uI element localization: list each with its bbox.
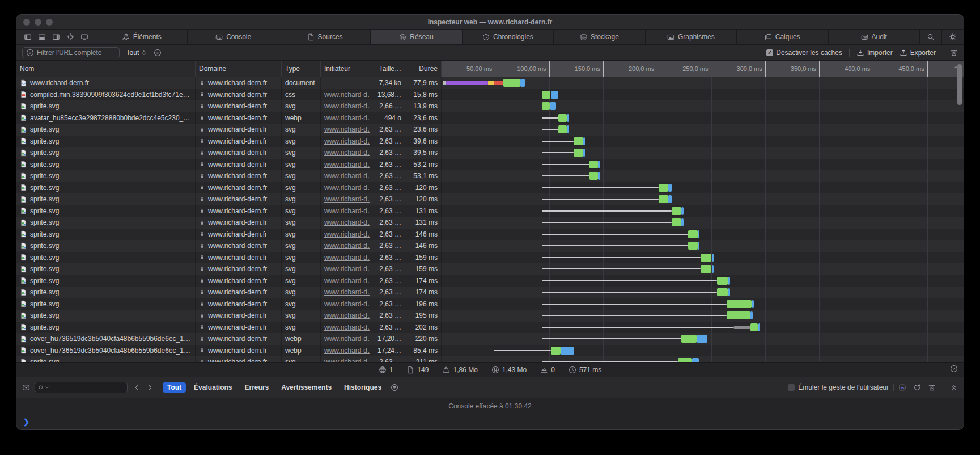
table-row[interactable]: sprite.svgwww.richard-dern.frsvgwww.rich… — [16, 287, 964, 298]
minimize-window-button[interactable] — [35, 19, 41, 26]
resource-type-select[interactable]: Tout — [126, 49, 147, 57]
column-header-initiateur[interactable]: Initiateur — [321, 61, 370, 77]
next-result-button[interactable] — [146, 384, 155, 391]
dock-right-icon[interactable] — [52, 33, 60, 41]
initiator-link[interactable]: www.richard-d… — [324, 195, 370, 203]
import-button[interactable]: Importer — [856, 49, 893, 57]
dock-left-icon[interactable] — [24, 33, 32, 41]
clear-console-button[interactable] — [928, 384, 936, 391]
table-row[interactable]: sprite.svgwww.richard-dern.frsvgwww.rich… — [16, 263, 964, 275]
initiator-link[interactable]: www.richard-d… — [324, 323, 370, 331]
console-filter-options-button[interactable] — [391, 384, 398, 391]
filter-options-button[interactable] — [154, 49, 162, 57]
table-row[interactable]: avatar_hu85ecc3e298728880b0bde2dcc4e5c23… — [16, 112, 964, 124]
console-filter-tout[interactable]: Tout — [163, 382, 186, 393]
device-icon[interactable] — [80, 33, 88, 41]
initiator-link[interactable]: www.richard-d… — [324, 207, 370, 215]
column-header-duree[interactable]: Durée — [405, 61, 442, 77]
initiator-link[interactable]: www.richard-d… — [324, 102, 370, 110]
table-row[interactable]: sprite.svgwww.richard-dern.frsvgwww.rich… — [16, 240, 964, 252]
console-filter-avertissements[interactable]: Avertissements — [277, 382, 336, 393]
console-filter-évaluations[interactable]: Évaluations — [189, 382, 236, 393]
show-javascript-button[interactable]: JS — [898, 384, 906, 391]
initiator-link[interactable]: www.richard-d… — [324, 172, 370, 180]
table-row[interactable]: sprite.svgwww.richard-dern.frsvgwww.rich… — [16, 298, 964, 310]
initiator-link[interactable]: www.richard-d… — [324, 277, 370, 285]
table-row[interactable]: sprite.svgwww.richard-dern.frsvgwww.rich… — [16, 356, 964, 362]
initiator-link[interactable]: www.richard-d… — [324, 242, 370, 250]
table-row[interactable]: sprite.svgwww.richard-dern.frsvgwww.rich… — [16, 147, 964, 159]
initiator-link[interactable]: www.richard-d… — [324, 114, 370, 122]
initiator-link[interactable]: www.richard-d… — [324, 254, 370, 262]
table-row[interactable]: sprite.svgwww.richard-dern.frsvgwww.rich… — [16, 100, 964, 112]
initiator-link[interactable]: www.richard-d… — [324, 300, 370, 308]
console-filter-historiques[interactable]: Historiques — [340, 382, 386, 393]
close-window-button[interactable] — [23, 19, 30, 26]
table-row[interactable]: sprite.svgwww.richard-dern.frsvgwww.rich… — [16, 310, 964, 322]
table-row[interactable]: sprite.svgwww.richard-dern.frsvgwww.rich… — [16, 159, 964, 171]
table-row[interactable]: sprite.svgwww.richard-dern.frsvgwww.rich… — [16, 322, 964, 334]
initiator-link[interactable]: www.richard-d… — [324, 137, 370, 145]
export-button[interactable]: Exporter — [900, 49, 936, 57]
disable-caches-checkbox[interactable]: ✓ Désactiver les caches — [766, 49, 842, 57]
initiator-link[interactable]: www.richard-d… — [324, 230, 370, 238]
table-row[interactable]: cover_hu736519dc3b5040cfa48b6b559b6de6ec… — [16, 333, 964, 345]
tab-elements[interactable]: Éléments — [96, 30, 187, 44]
domain-value: www.richard-dern.fr — [208, 207, 267, 215]
preserve-log-reload-icon[interactable] — [913, 384, 921, 391]
initiator-link[interactable]: www.richard-d… — [324, 347, 370, 355]
initiator-link[interactable]: www.richard-d… — [324, 265, 370, 273]
table-row[interactable]: sprite.svgwww.richard-dern.frsvgwww.rich… — [16, 252, 964, 264]
zoom-window-button[interactable] — [46, 19, 53, 26]
console-scope-icon[interactable] — [22, 384, 30, 391]
tab-reseau[interactable]: Réseau — [370, 30, 461, 44]
table-row[interactable]: sprite.svgwww.richard-dern.frsvgwww.rich… — [16, 229, 964, 241]
table-row[interactable]: sprite.svgwww.richard-dern.frsvgwww.rich… — [16, 193, 964, 205]
console-prompt[interactable]: ❯ — [16, 414, 964, 429]
initiator-link[interactable]: www.richard-d… — [324, 218, 370, 226]
column-header-nom[interactable]: Nom — [16, 61, 196, 77]
tab-graphismes[interactable]: Graphismes — [645, 30, 736, 44]
column-header-taille[interactable]: Taille… — [370, 61, 405, 77]
initiator-link[interactable]: www.richard-d… — [324, 184, 370, 192]
initiator-link[interactable]: www.richard-d… — [324, 335, 370, 343]
initiator-link[interactable]: www.richard-d… — [324, 125, 370, 133]
table-row[interactable]: sprite.svgwww.richard-dern.frsvgwww.rich… — [16, 205, 964, 217]
tab-stockage[interactable]: Stockage — [553, 30, 644, 44]
tab-audit[interactable]: Audit — [828, 30, 919, 44]
tab-chronologies[interactable]: Chronologies — [462, 30, 553, 44]
help-button[interactable]: ? — [950, 365, 958, 373]
column-header-domaine[interactable]: Domaine — [196, 61, 282, 77]
table-row[interactable]: cover_hu736519dc3b5040cfa48b6b559b6de6ec… — [16, 345, 964, 357]
table-row[interactable]: sprite.svgwww.richard-dern.frsvgwww.rich… — [16, 136, 964, 148]
url-filter-input[interactable]: Filtrer l'URL complète — [22, 47, 120, 58]
clear-network-items-button[interactable] — [950, 49, 958, 57]
emulate-user-gesture-checkbox[interactable]: Émuler le geste de l'utilisateur — [788, 384, 889, 391]
table-row[interactable]: sprite.svgwww.richard-dern.frsvgwww.rich… — [16, 217, 964, 229]
dock-bottom-icon[interactable] — [38, 33, 46, 41]
initiator-link[interactable]: www.richard-d… — [324, 149, 370, 157]
initiator-link[interactable]: www.richard-d… — [324, 91, 370, 99]
initiator-link[interactable]: www.richard-d… — [324, 358, 370, 362]
initiator-link[interactable]: www.richard-d… — [324, 311, 370, 319]
tab-console[interactable]: Console — [187, 30, 278, 44]
element-picker-icon[interactable] — [66, 33, 74, 41]
table-row[interactable]: sprite.svgwww.richard-dern.frsvgwww.rich… — [16, 170, 964, 182]
table-row[interactable]: <>www.richard-dern.frwww.richard-dern.fr… — [16, 77, 964, 89]
settings-gear-button[interactable] — [941, 30, 964, 44]
tab-sources[interactable]: Sources — [279, 30, 370, 44]
previous-result-button[interactable] — [132, 384, 141, 391]
initiator-link[interactable]: www.richard-d… — [324, 161, 370, 168]
table-row[interactable]: sprite.svgwww.richard-dern.frsvgwww.rich… — [16, 124, 964, 136]
search-button[interactable] — [919, 30, 941, 44]
vertical-scrollbar[interactable] — [957, 64, 962, 105]
tab-calques[interactable]: Calques — [736, 30, 828, 44]
table-row[interactable]: sprite.svgwww.richard-dern.frsvgwww.rich… — [16, 182, 964, 194]
column-header-type[interactable]: Type — [282, 61, 321, 77]
initiator-link[interactable]: www.richard-d… — [324, 288, 370, 296]
table-row[interactable]: compiled.min.38390909f303624ed9e1cf1bd3f… — [16, 89, 964, 101]
table-row[interactable]: sprite.svgwww.richard-dern.frsvgwww.rich… — [16, 275, 964, 287]
console-filter-erreurs[interactable]: Erreurs — [240, 382, 273, 393]
collapse-console-icon[interactable] — [950, 384, 958, 391]
console-search-input[interactable] — [35, 382, 128, 393]
